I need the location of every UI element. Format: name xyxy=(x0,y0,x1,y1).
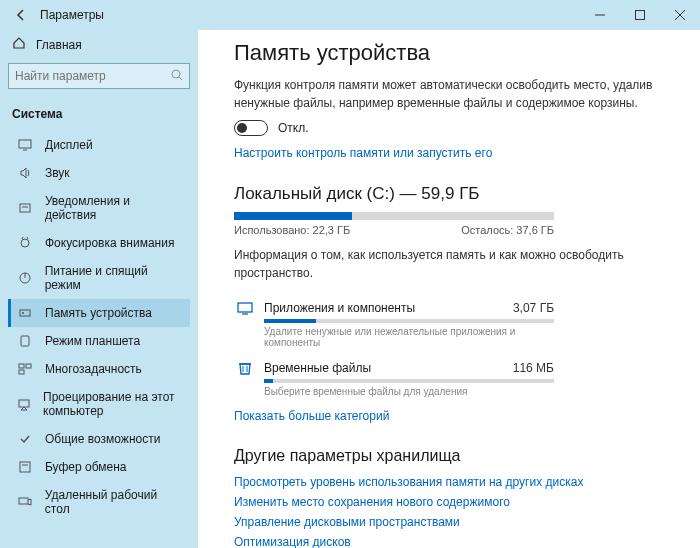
close-button[interactable] xyxy=(660,0,700,30)
svg-rect-22 xyxy=(19,498,28,504)
sidebar-item-3[interactable]: Фокусировка внимания xyxy=(8,229,190,257)
home-icon xyxy=(12,36,26,53)
sidebar-item-11[interactable]: Удаленный рабочий стол xyxy=(8,481,190,523)
svg-point-4 xyxy=(172,70,180,78)
other-storage-link-1[interactable]: Изменить место сохранения нового содержи… xyxy=(234,495,682,509)
category-size: 3,07 ГБ xyxy=(513,301,554,315)
page-title: Память устройства xyxy=(234,40,682,66)
disk-title: Локальный диск (C:) — 59,9 ГБ xyxy=(234,184,682,204)
storage-category[interactable]: Временные файлы116 МБВыберите временные … xyxy=(234,360,554,397)
sidebar-item-6[interactable]: Режим планшета xyxy=(8,327,190,355)
content: Память устройства Функция контроля памят… xyxy=(198,30,700,548)
disk-info: Информация о том, как используется памят… xyxy=(234,246,634,282)
titlebar: Параметры xyxy=(0,0,700,30)
nav-icon xyxy=(17,166,33,180)
svg-point-14 xyxy=(22,312,24,314)
back-button[interactable] xyxy=(10,4,32,26)
nav-icon xyxy=(17,397,31,411)
nav-icon xyxy=(17,460,33,474)
sidebar-item-9[interactable]: Общие возможности xyxy=(8,425,190,453)
svg-rect-13 xyxy=(20,310,30,316)
sidebar-item-4[interactable]: Питание и спящий режим xyxy=(8,257,190,299)
category-bar xyxy=(264,379,554,383)
svg-point-10 xyxy=(21,239,29,247)
nav-label: Дисплей xyxy=(45,138,93,152)
minimize-button[interactable] xyxy=(580,0,620,30)
svg-rect-23 xyxy=(238,303,252,312)
sidebar-item-5[interactable]: Память устройства xyxy=(8,299,190,327)
svg-rect-8 xyxy=(20,204,30,212)
svg-rect-20 xyxy=(20,462,30,472)
disk-used: Использовано: 22,3 ГБ xyxy=(234,224,350,236)
svg-rect-18 xyxy=(19,370,24,374)
nav-icon xyxy=(17,201,33,215)
nav-label: Многозадачность xyxy=(45,362,142,376)
category-hint: Удалите ненужные или нежелательные прило… xyxy=(264,326,554,348)
sidebar-item-10[interactable]: Буфер обмена xyxy=(8,453,190,481)
nav-icon xyxy=(17,362,33,376)
nav-label: Звук xyxy=(45,166,70,180)
nav-icon xyxy=(17,138,33,152)
other-storage-heading: Другие параметры хранилища xyxy=(234,447,682,465)
svg-rect-1 xyxy=(636,11,645,20)
svg-line-5 xyxy=(179,77,182,80)
other-storage-link-2[interactable]: Управление дисковыми пространствами xyxy=(234,515,682,529)
category-hint: Выберите временные файлы для удаления xyxy=(264,386,554,397)
nav-icon xyxy=(17,306,33,320)
category-size: 116 МБ xyxy=(513,361,554,375)
storage-sense-desc: Функция контроля памяти может автоматиче… xyxy=(234,76,664,112)
maximize-button[interactable] xyxy=(620,0,660,30)
search-box[interactable] xyxy=(8,63,190,89)
other-storage-link-0[interactable]: Просмотреть уровень использования памяти… xyxy=(234,475,682,489)
toggle-state: Откл. xyxy=(278,121,309,135)
storage-sense-toggle[interactable] xyxy=(234,120,268,136)
svg-rect-17 xyxy=(26,364,31,368)
nav-icon xyxy=(17,495,33,509)
storage-category[interactable]: Приложения и компоненты3,07 ГБУдалите не… xyxy=(234,300,554,348)
home-link[interactable]: Главная xyxy=(8,30,190,63)
category-name: Временные файлы xyxy=(256,361,513,375)
nav-icon xyxy=(17,432,33,446)
nav-label: Режим планшета xyxy=(45,334,140,348)
nav-label: Фокусировка внимания xyxy=(45,236,174,250)
nav-icon xyxy=(17,271,33,285)
sidebar-item-0[interactable]: Дисплей xyxy=(8,131,190,159)
home-label: Главная xyxy=(36,38,82,52)
window-title: Параметры xyxy=(40,8,580,22)
show-more-categories-link[interactable]: Показать больше категорий xyxy=(234,409,682,423)
nav-label: Буфер обмена xyxy=(45,460,127,474)
section-label: Система xyxy=(8,103,190,131)
nav-icon xyxy=(17,236,33,250)
nav-icon xyxy=(17,334,33,348)
search-input[interactable] xyxy=(8,63,190,89)
configure-storage-sense-link[interactable]: Настроить контроль памяти или запустить … xyxy=(234,146,682,160)
sidebar: Главная Система ДисплейЗвукУведомления и… xyxy=(0,30,198,548)
nav-label: Общие возможности xyxy=(45,432,160,446)
sidebar-item-1[interactable]: Звук xyxy=(8,159,190,187)
other-storage-link-3[interactable]: Оптимизация дисков xyxy=(234,535,682,548)
category-icon xyxy=(234,360,256,376)
category-icon xyxy=(234,300,256,316)
nav-label: Память устройства xyxy=(45,306,152,320)
sidebar-item-7[interactable]: Многозадачность xyxy=(8,355,190,383)
nav-label: Проецирование на этот компьютер xyxy=(43,390,184,418)
sidebar-item-8[interactable]: Проецирование на этот компьютер xyxy=(8,383,190,425)
svg-rect-19 xyxy=(19,400,29,407)
search-icon xyxy=(170,68,184,85)
svg-rect-15 xyxy=(21,336,29,346)
svg-rect-16 xyxy=(19,364,24,368)
nav-label: Уведомления и действия xyxy=(45,194,184,222)
nav-label: Питание и спящий режим xyxy=(45,264,184,292)
sidebar-item-2[interactable]: Уведомления и действия xyxy=(8,187,190,229)
svg-rect-6 xyxy=(19,140,31,148)
disk-free: Осталось: 37,6 ГБ xyxy=(461,224,554,236)
category-bar xyxy=(264,319,554,323)
nav-label: Удаленный рабочий стол xyxy=(45,488,184,516)
category-name: Приложения и компоненты xyxy=(256,301,513,315)
disk-usage-bar xyxy=(234,212,554,220)
